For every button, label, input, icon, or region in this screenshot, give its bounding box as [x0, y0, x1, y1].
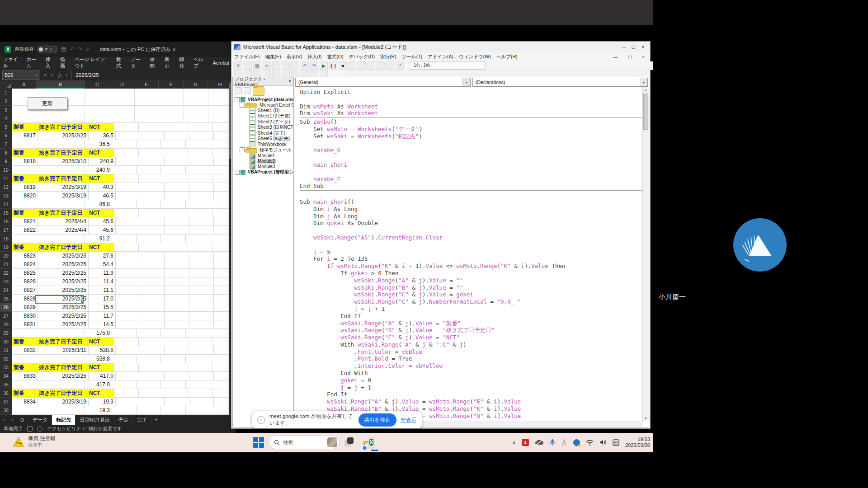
list-properties-icon[interactable]: [320, 69, 328, 77]
tree-item-microsoft-excel-objec[interactable]: -Microsoft Excel Objec: [233, 102, 293, 108]
column-header-A[interactable]: A: [12, 80, 36, 89]
cell-F37[interactable]: [165, 398, 189, 406]
cell-G9[interactable]: [189, 157, 214, 166]
cell-E33[interactable]: [139, 363, 163, 372]
cell-G14[interactable]: [186, 200, 210, 209]
ime-icon[interactable]: [613, 439, 619, 446]
row-header-37[interactable]: 37: [0, 398, 12, 406]
cell-A25[interactable]: 8828: [12, 295, 38, 303]
cell-B27[interactable]: 2025/2/25: [38, 312, 89, 320]
tree-item-sheet5-[interactable]: Sheet5 (転記先): [233, 136, 293, 141]
cell-E35[interactable]: [137, 380, 161, 389]
cell-C11[interactable]: NCT: [88, 174, 114, 183]
view-code-icon[interactable]: [235, 87, 242, 94]
cell-A4[interactable]: [12, 114, 36, 123]
cell-F18[interactable]: [161, 235, 186, 243]
cell-D7[interactable]: [112, 140, 137, 149]
cell-E5[interactable]: [139, 123, 163, 131]
ribbon-tab-7[interactable]: 校閲: [146, 56, 161, 69]
row-header-21[interactable]: 21: [0, 260, 12, 269]
cell-B9[interactable]: 2025/3/10: [38, 157, 89, 166]
cell-C8[interactable]: NCT: [88, 149, 114, 157]
cell-C21[interactable]: 54.4: [89, 260, 116, 269]
cell-F2[interactable]: [159, 97, 184, 106]
cell-C25[interactable]: 17.0: [89, 295, 116, 303]
prev-bookmark-icon[interactable]: [301, 69, 309, 77]
row-header-17[interactable]: 17: [0, 226, 12, 235]
tree-item-module2[interactable]: Module2: [233, 158, 293, 164]
ribbon-tab-5[interactable]: 数式: [113, 56, 127, 69]
cell-B19[interactable]: 抜き完了日予定日: [38, 243, 88, 252]
cell-G13[interactable]: [189, 192, 214, 200]
cell-E15[interactable]: [139, 209, 163, 217]
vba-menu-アドイン[interactable]: アドイン(A): [425, 54, 456, 60]
cell-A31[interactable]: 8832: [12, 346, 38, 355]
row-header-4[interactable]: 4: [0, 114, 12, 123]
row-header-33[interactable]: 33: [0, 363, 12, 372]
cell-C32[interactable]: 528.8: [85, 355, 112, 363]
cell-D14[interactable]: [112, 200, 137, 209]
cell-F26[interactable]: [165, 303, 189, 312]
row-header-22[interactable]: 22: [0, 269, 12, 277]
column-header-C[interactable]: C: [85, 80, 110, 89]
cell-B13[interactable]: 2025/3/19: [38, 192, 89, 200]
row-header-36[interactable]: 36: [0, 389, 12, 398]
cell-A6[interactable]: 8817: [12, 131, 38, 140]
cell-D19[interactable]: [114, 243, 139, 252]
run-icon[interactable]: ▶: [320, 61, 328, 70]
cell-D18[interactable]: [112, 235, 137, 243]
cell-A27[interactable]: 8830: [12, 312, 38, 320]
cell-B23[interactable]: 2025/2/25: [38, 277, 89, 286]
cell-F34[interactable]: [165, 372, 189, 380]
row-header-25[interactable]: 25: [0, 295, 12, 303]
break-icon[interactable]: ❙❙: [329, 61, 337, 70]
excel-view-icon[interactable]: X: [234, 61, 242, 70]
formula-input[interactable]: 2025/2/25: [71, 71, 232, 80]
project-explorer-icon[interactable]: [358, 61, 366, 70]
excel-taskbar-icon[interactable]: X: [369, 439, 373, 446]
ribbon-tab-9[interactable]: 開発: [176, 56, 190, 69]
cell-D11[interactable]: [114, 174, 139, 183]
cell-C17[interactable]: 45.6: [89, 226, 116, 235]
sheet-tab-完了[interactable]: 完了: [133, 415, 151, 425]
cell-C12[interactable]: 40.3: [89, 183, 116, 192]
taskbar-search[interactable]: 検索: [269, 436, 340, 449]
accessibility-status[interactable]: アクセシビリティ: 検討が必要です: [47, 426, 122, 432]
tree-item-vbaproject-data-xlsm[interactable]: -VBAProject (data.xlsm: [233, 97, 293, 102]
row-header-28[interactable]: 28: [0, 320, 12, 329]
cell-C31[interactable]: 528.8: [89, 346, 116, 355]
cell-B26[interactable]: 2025/2/25: [38, 303, 89, 312]
cell-F25[interactable]: [165, 295, 189, 303]
next-bookmark-icon[interactable]: [291, 69, 299, 77]
cell-D38[interactable]: [112, 406, 137, 415]
cell-G2[interactable]: [184, 97, 208, 106]
sheet-tab-日別NCT見込[interactable]: 日別NCT見込: [75, 415, 114, 425]
collapse-icon[interactable]: -: [235, 97, 240, 102]
cell-D12[interactable]: [116, 183, 140, 192]
cell-A7[interactable]: [12, 140, 36, 149]
cell-A35[interactable]: [12, 380, 36, 389]
tree-item-sheet172-[interactable]: Sheet172 (予定): [233, 113, 293, 119]
cell-G16[interactable]: [189, 217, 214, 226]
cell-A17[interactable]: 8822: [12, 226, 38, 235]
vba-menu-書式[interactable]: 書式(O): [324, 54, 346, 60]
find-icon[interactable]: [291, 61, 299, 70]
cell-E22[interactable]: [140, 269, 165, 277]
cell-D6[interactable]: [116, 131, 140, 140]
tree-item-module1[interactable]: Module1: [233, 153, 293, 158]
cell-B36[interactable]: 抜き完了日予定日: [38, 389, 88, 398]
cell-A12[interactable]: 8819: [12, 183, 38, 192]
cell-G11[interactable]: [188, 174, 212, 183]
cell-A9[interactable]: 8818: [12, 157, 38, 166]
cell-F29[interactable]: [161, 329, 186, 338]
cell-E3[interactable]: [135, 106, 159, 114]
cell-E24[interactable]: [140, 286, 165, 295]
cell-A29[interactable]: [12, 329, 36, 338]
minimize-icon[interactable]: –: [623, 44, 626, 50]
mdi-restore-icon[interactable]: ▢: [625, 55, 635, 60]
tree-item-sheet3-nct-[interactable]: Sheet3 (日別NCT見: [233, 125, 293, 130]
ribbon-tab-10[interactable]: ヘルプ: [191, 56, 210, 69]
cell-D31[interactable]: [116, 346, 140, 355]
close-icon[interactable]: ×: [642, 44, 645, 50]
cell-A32[interactable]: [12, 355, 36, 363]
